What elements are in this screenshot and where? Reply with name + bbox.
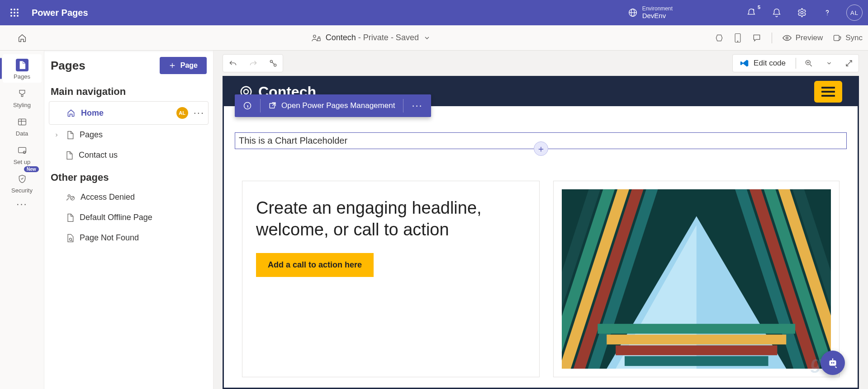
vscode-icon [740,59,749,68]
site-name: Contech - Private - Saved [326,33,419,42]
alerts-button[interactable]: 5 [745,6,758,19]
home-icon [66,108,76,117]
svg-rect-38 [616,345,777,355]
svg-point-15 [69,238,71,240]
rail-styling[interactable]: Styling [3,83,42,111]
add-page-label: Page [180,61,198,70]
environment-label: Environment [642,5,673,12]
site-status-text: - Private - Saved [356,33,419,42]
new-badge: New [24,166,39,172]
user-avatar[interactable]: AL [846,5,863,21]
nav-item-offline[interactable]: Default Offline Page [49,207,209,228]
edit-code-button[interactable]: Edit code [733,59,793,68]
nav-item-access-denied[interactable]: Access Denied [49,187,209,207]
globe-icon [628,8,638,18]
other-pages-header: Other pages [49,165,209,187]
pages-icon [16,59,28,71]
environment-text: Environment DevEnv [642,5,673,20]
pages-panel-title: Pages [51,59,85,73]
add-section-button[interactable]: ＋ [534,141,548,156]
zoom-button[interactable] [799,54,819,72]
svg-point-12 [23,151,25,154]
svg-point-13 [68,195,70,197]
nav-item-home[interactable]: Home AL ··· [49,101,209,125]
rail-pages-label: Pages [3,73,42,80]
nav-item-access-denied-label: Access Denied [81,192,135,202]
hero-text-section[interactable]: Create an engaging headline, welcome, or… [242,181,540,377]
home-button[interactable] [17,33,27,43]
context-info-button[interactable] [235,94,260,117]
rail-pages[interactable]: Pages [3,54,42,83]
rail-styling-label: Styling [3,102,42,108]
svg-rect-5 [318,38,320,41]
page-search-icon [66,234,74,243]
shield-icon [16,173,28,185]
hero-image-section[interactable] [553,181,840,377]
brush-icon [16,87,28,100]
rail-setup[interactable]: Set up [3,140,42,168]
nav-item-contact-us[interactable]: Contact us [49,145,209,165]
waffle-icon [10,9,19,17]
svg-rect-10 [18,119,26,125]
context-more-button[interactable]: ··· [403,94,431,117]
sync-button[interactable]: Sync [833,33,863,42]
svg-rect-43 [832,358,833,360]
page-icon [65,151,73,160]
copilot-button[interactable] [715,33,724,42]
zoom-dropdown[interactable] [819,54,839,72]
help-button[interactable] [821,6,834,19]
presence-badge: AL [176,107,188,119]
svg-rect-40 [829,361,836,366]
site-picker[interactable]: Contech - Private - Saved [27,33,715,43]
alerts-count: 5 [758,5,760,10]
page-icon [66,131,74,140]
chevron-right-icon [52,132,61,138]
nav-item-pages[interactable]: Pages [49,125,209,145]
canvas-area: Edit code Contech [213,51,868,389]
site-menu-button[interactable] [814,81,842,103]
nav-item-offline-label: Default Offline Page [80,213,152,222]
environment-picker[interactable]: Environment DevEnv [628,5,673,20]
person-denied-icon [66,193,75,202]
preview-button[interactable]: Preview [782,33,823,42]
chart-placeholder-section[interactable]: This is a Chart Placeholder ＋ [235,132,847,149]
hero-cta-button[interactable]: Add a call to action here [256,253,374,277]
svg-point-3 [827,14,828,15]
undo-button[interactable] [223,54,243,72]
rail-security-label: Security [3,187,42,194]
add-page-button[interactable]: Page [160,57,207,74]
link-button[interactable] [263,54,283,72]
site-name-text: Contech [326,33,356,42]
copilot-fab[interactable] [821,351,845,375]
app-launcher-button[interactable] [5,4,24,22]
rail-data-label: Data [3,130,42,137]
svg-point-20 [244,89,248,94]
nav-item-contact-label: Contact us [79,150,118,160]
mobile-preview-button[interactable] [734,33,742,43]
notifications-button[interactable] [770,6,783,19]
suite-bar: Power Pages Environment DevEnv 5 AL [0,0,868,25]
feedback-button[interactable] [752,33,762,42]
rail-more-button[interactable]: ··· [16,198,27,210]
nav-item-pages-label: Pages [80,130,103,140]
rail-data[interactable]: Data [3,111,42,140]
chevron-down-icon [423,34,431,42]
preview-stage: Contech Open Power Pages Management ··· … [223,76,859,389]
svg-rect-39 [624,356,768,366]
rail-security[interactable]: New Security [3,168,42,197]
open-management-button[interactable]: Open Power Pages Management [261,94,403,117]
pages-panel: Pages Page Main navigation Home AL ··· P… [44,51,213,389]
settings-button[interactable] [796,6,808,19]
rail-setup-label: Set up [3,159,42,165]
people-lock-icon [311,33,321,43]
hero-headline: Create an engaging headline, welcome, or… [256,197,526,240]
nav-item-not-found[interactable]: Page Not Found [49,228,209,248]
hero-image [562,189,831,369]
expand-button[interactable] [839,54,859,72]
svg-rect-37 [607,335,786,345]
plus-icon [169,62,176,69]
nav-item-more-button[interactable]: ··· [194,107,204,119]
redo-button[interactable] [243,54,263,72]
separator [772,33,772,43]
open-management-label: Open Power Pages Management [281,101,395,110]
